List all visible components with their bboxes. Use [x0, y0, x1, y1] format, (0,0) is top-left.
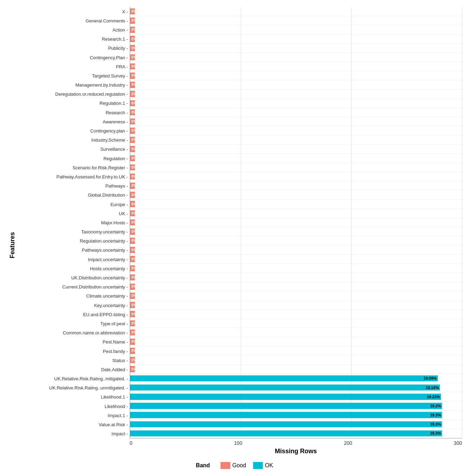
bar-good: 0%: [130, 91, 135, 97]
y-label: EU.and.EPPO.listing -: [18, 312, 128, 317]
y-label: Deregulation.or.reduced.regulation -: [18, 92, 128, 96]
bar-pct-label: 0%: [131, 110, 137, 114]
legend-item-good: Good: [220, 462, 246, 469]
bar-good: 0%: [130, 348, 135, 354]
bar-row: 19.3%: [130, 411, 462, 420]
bar-row: 0%: [130, 62, 462, 71]
bar-good: 0%: [130, 109, 135, 116]
bar-good: 0%: [130, 100, 135, 107]
bar-row: 19.23%: [130, 392, 462, 401]
bar-pct-label: 0%: [131, 83, 137, 87]
y-label: Type.of.pest -: [18, 321, 128, 326]
y-label: Climate.uncertainty -: [18, 294, 128, 298]
bar-ok: 19.3%: [130, 421, 442, 428]
bar-row: 0%: [130, 346, 462, 355]
y-label: Global.Distribution -: [18, 193, 128, 197]
bars-area: 0%0%0%0%0%0%0%0%0%0%0%0%0%0%0%0%0%0%0%0%…: [130, 7, 462, 438]
bar-pct-label: 0%: [131, 358, 137, 362]
bar-row: 0%: [130, 209, 462, 218]
y-label: UK.Relative.Risk.Rating..mitigated. -: [18, 376, 128, 381]
bar-row: 0%: [130, 310, 462, 319]
bar-pct-label: 0%: [131, 312, 137, 316]
bar-row: 0%: [130, 135, 462, 144]
bar-pct-label: 0%: [131, 276, 137, 279]
bar-good: 0%: [130, 274, 135, 281]
bar-ok: 19.23%: [130, 394, 441, 400]
bar-row: 0%: [130, 190, 462, 199]
y-label: UK.Relative.Risk.Rating..unmitigated. -: [18, 386, 128, 390]
bar-row: 0%: [130, 35, 462, 44]
bar-row: 0%: [130, 80, 462, 89]
bar-row: 19.16%: [130, 383, 462, 392]
bar-good: 0%: [130, 18, 135, 24]
bar-good: 0%: [130, 210, 135, 217]
y-label: Pathway.Assessed.for.Entry.to.UK -: [18, 175, 128, 179]
legend-label-good: Good: [232, 462, 246, 469]
y-axis-label: Features: [7, 7, 18, 455]
y-label: Research -: [18, 110, 128, 115]
bar-pct-label: 0%: [131, 92, 137, 96]
bar-row: 0%: [130, 273, 462, 282]
bar-good: 0%: [130, 63, 135, 70]
bar-good: 0%: [130, 366, 135, 372]
bar-row: 0%: [130, 200, 462, 209]
bar-good: 0%: [130, 45, 135, 51]
bar-pct-label: 0%: [131, 175, 137, 178]
y-label: Action -: [18, 28, 128, 32]
bar-good: 0%: [130, 8, 135, 15]
legend-color-good: [220, 462, 230, 469]
y-label: UK.Distribution.uncertainty -: [18, 276, 128, 280]
bar-good: 0%: [130, 201, 135, 207]
y-label: Regulation -: [18, 156, 128, 161]
y-label: Targeted.Survey -: [18, 74, 128, 78]
bar-row: 0%: [130, 356, 462, 365]
bar-pct-label: 0%: [131, 257, 137, 261]
y-label: Impact -: [18, 431, 128, 436]
y-label: Pest.family -: [18, 349, 128, 354]
bar-pct-label: 0%: [131, 239, 137, 243]
bar-pct-label: 0%: [131, 184, 137, 188]
bar-row: 0%: [130, 44, 462, 53]
bar-pct-label: 0%: [131, 138, 137, 142]
x-axis: 0100200300: [130, 438, 462, 446]
bar-row: 0%: [130, 16, 462, 25]
bar-pct-label: 0%: [131, 230, 137, 233]
bar-row: 0%: [130, 245, 462, 254]
legend-item-ok: OK: [253, 462, 273, 469]
bar-row: 19.09%: [130, 374, 462, 383]
bar-pct-label: 0%: [131, 19, 137, 22]
y-label: Scenario.for.Risk.Register -: [18, 165, 128, 170]
y-label: Hosts.uncertainty -: [18, 266, 128, 271]
bar-pct-label: 0%: [131, 294, 137, 298]
bar-good: 0%: [130, 311, 135, 317]
bar-pct-label: 19.16%: [425, 386, 439, 390]
bar-good: 0%: [130, 320, 135, 327]
bar-row: 0%: [130, 108, 462, 117]
bar-pct-label: 0%: [131, 28, 137, 32]
y-label: X -: [18, 9, 128, 14]
bar-pct-label: 19.23%: [426, 395, 440, 399]
bar-pct-label: 0%: [131, 193, 137, 197]
grid-line: [462, 7, 462, 438]
bar-pct-label: 0%: [131, 120, 137, 123]
bar-good: 0%: [130, 284, 135, 290]
bar-pct-label: 0%: [131, 211, 137, 215]
y-label: PRA -: [18, 64, 128, 69]
y-label: Publicity -: [18, 46, 128, 50]
y-label: Major.Hosts -: [18, 220, 128, 225]
bar-good: 0%: [130, 219, 135, 226]
bar-good: 0%: [130, 329, 135, 336]
bar-ok: 19.09%: [130, 375, 438, 382]
y-label: Pathways -: [18, 184, 128, 188]
bar-pct-label: 0%: [131, 156, 137, 160]
bar-good: 0%: [130, 247, 135, 253]
y-label: Taxonomy.uncertainty -: [18, 230, 128, 234]
bar-pct-label: 0%: [131, 285, 137, 288]
bar-good: 0%: [130, 293, 135, 299]
bar-pct-label: 0%: [131, 74, 137, 77]
bar-pct-label: 0%: [131, 129, 137, 132]
bar-ok: 19.3%: [130, 412, 442, 418]
x-axis-label: Missing Rows: [130, 448, 462, 455]
bar-row: 0%: [130, 227, 462, 236]
bar-row: 0%: [130, 126, 462, 135]
